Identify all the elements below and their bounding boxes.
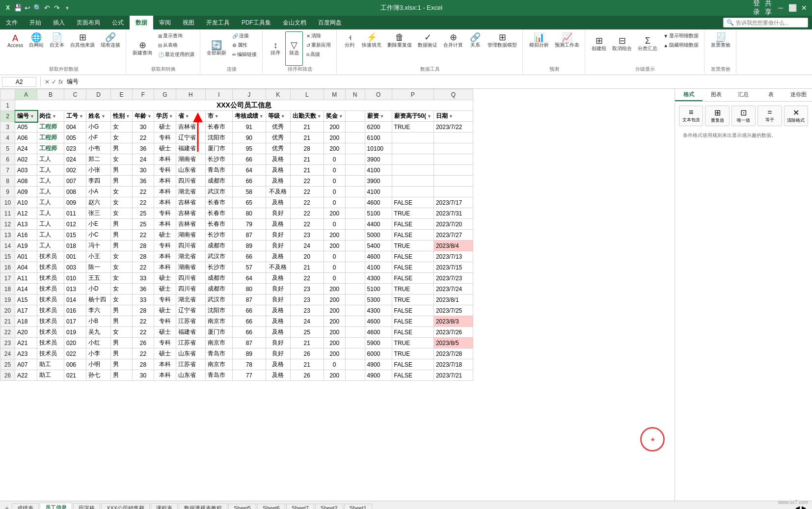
table-cell[interactable]: 89 bbox=[232, 241, 266, 251]
header-cell-O2[interactable]: 薪资▼ bbox=[365, 111, 392, 122]
btn-what-if[interactable]: 📊 模拟分析 bbox=[527, 31, 551, 50]
btn-manage-data-model[interactable]: ⊞ 管理数据模型 bbox=[485, 31, 519, 50]
btn-clear[interactable]: ✕ 清除 bbox=[304, 31, 333, 40]
table-cell[interactable]: 福建省 bbox=[176, 327, 205, 338]
sheet-tab-sales[interactable]: XXX公司销售额 bbox=[101, 503, 150, 509]
table-cell[interactable]: 3900 bbox=[365, 154, 392, 165]
table-cell[interactable]: 0 bbox=[324, 262, 345, 273]
header-cell-G2[interactable]: 学历▼ bbox=[154, 111, 176, 122]
table-cell[interactable]: 武汉市 bbox=[205, 187, 232, 197]
table-cell[interactable]: 200 bbox=[324, 327, 345, 338]
table-cell[interactable]: A02 bbox=[15, 154, 37, 165]
table-cell[interactable]: 21 bbox=[290, 133, 324, 143]
table-cell[interactable]: 66 bbox=[232, 176, 266, 187]
row-header-8[interactable]: 8 bbox=[0, 176, 15, 187]
table-cell[interactable]: A03 bbox=[15, 165, 37, 176]
table-cell[interactable]: 91 bbox=[232, 122, 266, 133]
table-cell[interactable]: 不及格 bbox=[266, 187, 290, 197]
btn-consolidate[interactable]: ⊕ 合并计算 bbox=[441, 31, 465, 50]
table-cell[interactable]: 2023/7/28 bbox=[433, 348, 473, 359]
table-cell[interactable]: 福建省 bbox=[176, 143, 205, 154]
table-cell[interactable]: 及格 bbox=[266, 327, 290, 338]
table-cell[interactable]: 22 bbox=[290, 187, 324, 197]
table-cell[interactable]: 湖北省 bbox=[176, 187, 205, 197]
col-header-A[interactable]: A bbox=[15, 89, 37, 100]
btn-new-query[interactable]: ⊕ 新建查询 bbox=[130, 31, 155, 66]
row-header-18[interactable]: 18 bbox=[0, 284, 15, 295]
btn-recent-sources[interactable]: 🕐 最近使用的源 bbox=[156, 50, 197, 59]
table-cell[interactable]: 杨十四 bbox=[86, 295, 111, 305]
table-cell[interactable]: 助工 bbox=[37, 359, 64, 370]
tab-page-layout[interactable]: 页面布局 bbox=[71, 16, 106, 29]
table-cell[interactable]: 22 bbox=[290, 208, 324, 219]
row-header-21[interactable]: 21 bbox=[0, 316, 15, 327]
table-cell[interactable]: 不及格 bbox=[266, 262, 290, 273]
table-cell[interactable]: 小E bbox=[86, 219, 111, 230]
table-cell[interactable]: 66 bbox=[232, 251, 266, 262]
btn-data-validation[interactable]: ✓ 数据验证 bbox=[415, 31, 440, 50]
table-cell[interactable]: 21 bbox=[290, 154, 324, 165]
table-cell[interactable]: 2023/7/13 bbox=[433, 251, 473, 262]
table-cell[interactable]: 25 bbox=[132, 208, 154, 219]
table-cell[interactable]: 湖北省 bbox=[176, 251, 205, 262]
table-cell[interactable]: 小红 bbox=[86, 338, 111, 348]
table-cell[interactable]: 80 bbox=[232, 208, 266, 219]
table-cell[interactable]: 技术员 bbox=[37, 284, 64, 295]
table-cell[interactable]: 小D bbox=[86, 284, 111, 295]
table-cell[interactable]: 技术员 bbox=[37, 273, 64, 284]
sheet-tab-sheet2[interactable]: Sheet2 bbox=[315, 504, 343, 509]
quick-access-more[interactable]: ▼ bbox=[65, 5, 70, 11]
table-cell[interactable]: 及格 bbox=[266, 219, 290, 230]
btn-text[interactable]: 📄 自文本 bbox=[47, 31, 67, 50]
table-cell[interactable]: 良好 bbox=[266, 338, 290, 348]
col-header-E[interactable]: E bbox=[111, 89, 133, 100]
btn-reapply[interactable]: ↺ 重新应用 bbox=[304, 41, 333, 50]
table-cell[interactable]: 5400 bbox=[365, 241, 392, 251]
table-cell[interactable]: 21 bbox=[290, 122, 324, 133]
table-cell[interactable]: 小F bbox=[86, 133, 111, 143]
table-cell[interactable]: 5100 bbox=[365, 284, 392, 295]
table-cell[interactable]: 2023/7/24 bbox=[433, 284, 473, 295]
table-cell[interactable]: 女 bbox=[111, 197, 133, 208]
table-cell[interactable]: 专科 bbox=[154, 133, 176, 143]
btn-refresh-all[interactable]: 🔄 全部刷新 bbox=[204, 31, 229, 66]
table-cell[interactable]: A05 bbox=[15, 122, 37, 133]
table-cell[interactable]: 专科 bbox=[154, 241, 176, 251]
table-cell[interactable]: 女 bbox=[111, 122, 133, 133]
close-button[interactable]: ✕ bbox=[800, 4, 808, 12]
table-cell[interactable]: 硕士 bbox=[154, 284, 176, 295]
table-cell[interactable]: 湖北省 bbox=[176, 295, 205, 305]
tab-data[interactable]: 数据 bbox=[130, 16, 153, 29]
sidebar-tab-format[interactable]: 格式 bbox=[675, 89, 703, 101]
table-cell[interactable]: 小韦 bbox=[86, 143, 111, 154]
col-header-D[interactable]: D bbox=[86, 89, 111, 100]
sheet-tab-add[interactable]: + bbox=[2, 503, 12, 509]
table-cell[interactable]: 017 bbox=[64, 316, 86, 327]
table-cell[interactable]: 200 bbox=[324, 295, 345, 305]
table-cell[interactable]: 024 bbox=[64, 154, 86, 165]
btn-advanced[interactable]: ⧈ 高级 bbox=[304, 50, 333, 59]
table-cell[interactable]: 女 bbox=[111, 273, 133, 284]
table-cell[interactable]: 武汉市 bbox=[205, 251, 232, 262]
table-cell[interactable]: 良好 bbox=[266, 295, 290, 305]
col-header-M[interactable]: M bbox=[324, 89, 345, 100]
table-cell[interactable]: A09 bbox=[15, 187, 37, 197]
table-cell[interactable]: 005 bbox=[64, 133, 86, 143]
table-cell[interactable]: 女 bbox=[111, 251, 133, 262]
table-cell[interactable]: 009 bbox=[64, 197, 86, 208]
header-cell-I2[interactable]: 市▼ bbox=[205, 111, 232, 122]
header-cell-E2[interactable]: 性别▼ bbox=[111, 111, 133, 122]
col-header-K[interactable]: K bbox=[266, 89, 290, 100]
btn-flash-fill[interactable]: ⚡ 快速填充 bbox=[359, 31, 384, 50]
tab-insert[interactable]: 插入 bbox=[47, 16, 71, 29]
table-cell[interactable]: 22 bbox=[132, 316, 154, 327]
table-cell[interactable]: 2023/7/31 bbox=[433, 208, 473, 219]
col-header-Q[interactable]: Q bbox=[433, 89, 473, 100]
search-doc-icon[interactable]: 🔍 bbox=[33, 4, 41, 12]
table-cell[interactable]: 男 bbox=[111, 359, 133, 370]
table-cell[interactable]: A07 bbox=[15, 359, 37, 370]
table-cell[interactable]: 200 bbox=[324, 370, 345, 381]
table-cell[interactable]: 4600 bbox=[365, 316, 392, 327]
table-cell[interactable]: 21 bbox=[290, 165, 324, 176]
col-header-P[interactable]: P bbox=[392, 89, 433, 100]
